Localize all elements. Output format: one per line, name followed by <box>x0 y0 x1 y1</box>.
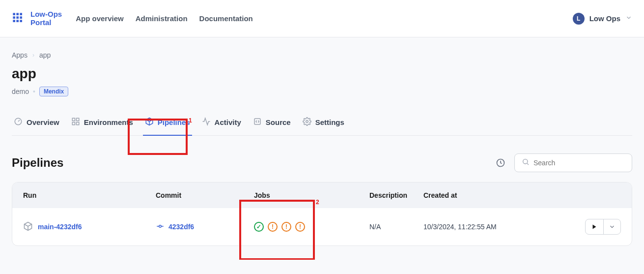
chevron-down-icon <box>609 223 616 230</box>
page-title: app <box>12 66 632 82</box>
tab-environments[interactable]: Environments <box>69 112 135 135</box>
run-link[interactable]: main-4232df6 <box>38 223 82 231</box>
commit-icon <box>156 222 165 232</box>
search-icon <box>522 158 530 168</box>
cell-jobs: ✓ ! ! ! <box>254 222 369 232</box>
job-status-warn-icon[interactable]: ! <box>295 222 305 232</box>
user-name: Low Ops <box>589 14 620 23</box>
tab-label: Environments <box>84 118 133 126</box>
table-row: main-4232df6 4232df6 ✓ ! ! ! N/A 10/3/20… <box>12 208 632 245</box>
tab-label: Overview <box>27 118 59 126</box>
table-header-row: Run Commit Jobs Description Created at <box>12 183 632 208</box>
section-header: Pipelines <box>12 153 632 172</box>
cell-description: N/A <box>369 223 423 231</box>
svg-point-17 <box>523 159 528 164</box>
section-actions <box>493 153 632 172</box>
activity-icon <box>202 117 211 127</box>
th-run: Run <box>23 191 156 199</box>
chevron-down-icon <box>625 14 632 23</box>
cell-actions <box>582 219 621 235</box>
play-icon <box>591 224 597 230</box>
refresh-icon <box>496 158 505 168</box>
main-content: Apps › app app demo • Mendix Overview En… <box>0 37 644 260</box>
tech-badge: Mendix <box>39 87 68 96</box>
logo-icon <box>12 12 26 26</box>
cube-icon <box>23 221 33 233</box>
tab-overview[interactable]: Overview <box>12 112 61 135</box>
svg-rect-4 <box>16 16 19 19</box>
cell-created: 10/3/2024, 11:22:55 AM <box>423 223 582 231</box>
avatar: L <box>573 13 585 25</box>
nav-documentation[interactable]: Documentation <box>199 14 253 23</box>
svg-point-19 <box>159 225 162 227</box>
search-input-wrap[interactable] <box>514 153 632 172</box>
pipelines-table: Run Commit Jobs Description Created at m… <box>12 182 632 246</box>
page-subtitle: demo • Mendix <box>12 87 632 96</box>
svg-rect-5 <box>20 16 22 19</box>
row-menu-button[interactable] <box>604 219 620 234</box>
tab-label: Pipelines <box>158 118 190 126</box>
nav-administration[interactable]: Administration <box>136 14 188 23</box>
separator-dot: • <box>33 88 35 95</box>
search-input[interactable] <box>533 159 625 167</box>
breadcrumb-root[interactable]: Apps <box>12 51 28 59</box>
svg-point-15 <box>306 121 308 123</box>
cell-run: main-4232df6 <box>23 221 156 233</box>
tabs: Overview Environments Pipelines Activity… <box>12 112 632 136</box>
svg-rect-7 <box>16 20 19 22</box>
cube-icon <box>145 117 154 127</box>
svg-rect-6 <box>13 20 15 22</box>
th-commit: Commit <box>156 191 254 199</box>
owner-label: demo <box>12 88 29 95</box>
nav-app-overview[interactable]: App overview <box>76 14 124 23</box>
th-jobs: Jobs <box>254 191 369 199</box>
svg-rect-2 <box>20 13 22 15</box>
tab-source[interactable]: Source <box>251 112 293 135</box>
svg-marker-22 <box>593 225 596 229</box>
svg-rect-0 <box>13 13 15 15</box>
annotation-label-1: 1 <box>189 117 192 124</box>
section-title: Pipelines <box>12 156 63 170</box>
th-actions <box>582 191 621 199</box>
play-button[interactable] <box>586 219 604 234</box>
th-description: Description <box>369 191 423 199</box>
svg-rect-10 <box>72 118 75 121</box>
job-status-success-icon[interactable]: ✓ <box>254 222 264 232</box>
refresh-button[interactable] <box>493 155 508 171</box>
svg-rect-13 <box>76 122 79 125</box>
svg-line-18 <box>527 163 529 165</box>
row-action-button <box>585 219 621 235</box>
breadcrumb: Apps › app <box>12 51 632 59</box>
logo[interactable]: Low-Ops Portal <box>12 10 62 27</box>
cell-commit[interactable]: 4232df6 <box>156 222 254 232</box>
job-status-warn-icon[interactable]: ! <box>268 222 278 232</box>
job-status-warn-icon[interactable]: ! <box>281 222 291 232</box>
grid-icon <box>71 117 80 127</box>
source-icon <box>253 117 262 127</box>
top-nav: App overview Administration Documentatio… <box>76 14 253 23</box>
svg-rect-3 <box>13 16 15 19</box>
svg-rect-11 <box>76 118 79 121</box>
svg-rect-14 <box>254 119 260 124</box>
top-header: Low-Ops Portal App overview Administrati… <box>0 0 644 37</box>
svg-rect-8 <box>20 20 22 22</box>
th-created: Created at <box>423 191 582 199</box>
tab-label: Activity <box>215 118 241 126</box>
speedometer-icon <box>14 117 23 127</box>
svg-rect-1 <box>16 13 19 15</box>
breadcrumb-sep-icon: › <box>32 52 34 59</box>
breadcrumb-current: app <box>39 51 51 59</box>
tab-label: Settings <box>315 118 344 126</box>
tab-label: Source <box>266 118 291 126</box>
header-left: Low-Ops Portal App overview Administrati… <box>12 10 253 27</box>
user-menu[interactable]: L Low Ops <box>573 13 632 25</box>
tab-activity[interactable]: Activity <box>200 112 243 135</box>
gear-icon <box>303 117 311 127</box>
logo-text: Low-Ops Portal <box>30 10 62 27</box>
tab-pipelines[interactable]: Pipelines <box>143 112 192 135</box>
tab-settings[interactable]: Settings <box>301 112 346 135</box>
commit-hash: 4232df6 <box>168 223 194 231</box>
annotation-label-2: 2 <box>316 199 319 206</box>
svg-rect-12 <box>72 122 75 125</box>
